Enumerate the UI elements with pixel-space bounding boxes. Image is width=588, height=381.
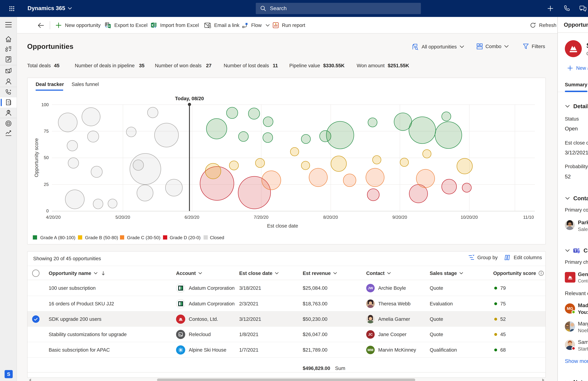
svg-text:Opportunity score: Opportunity score [34, 138, 39, 177]
svg-text:Closed: Closed [210, 235, 224, 240]
svg-text:25: 25 [44, 182, 49, 187]
svg-text:0: 0 [46, 208, 49, 213]
svg-text:10/20/20: 10/20/20 [461, 215, 478, 220]
svg-text:Est close date: Est close date [267, 223, 298, 229]
svg-text:8/20/20: 8/20/20 [323, 215, 338, 220]
svg-text:5/20/20: 5/20/20 [115, 215, 130, 220]
svg-text:Grade A (80-100): Grade A (80-100) [40, 235, 75, 240]
svg-text:4/20/20: 4/20/20 [46, 215, 61, 220]
svg-text:50: 50 [44, 155, 49, 160]
svg-text:9/20/20: 9/20/20 [392, 215, 407, 220]
svg-text:Grade B (50-80): Grade B (50-80) [85, 235, 118, 240]
svg-text:6/20/20: 6/20/20 [185, 215, 199, 220]
svg-text:Grade C (30-50): Grade C (30-50) [127, 235, 160, 240]
svg-text:Grade D (20-0): Grade D (20-0) [170, 235, 201, 240]
svg-text:7/20/20: 7/20/20 [254, 215, 268, 220]
svg-text:75: 75 [44, 129, 49, 134]
svg-text:100: 100 [41, 102, 49, 107]
svg-text:11/10: 11/10 [523, 215, 534, 220]
svg-text:Today, 08/20: Today, 08/20 [175, 96, 204, 101]
